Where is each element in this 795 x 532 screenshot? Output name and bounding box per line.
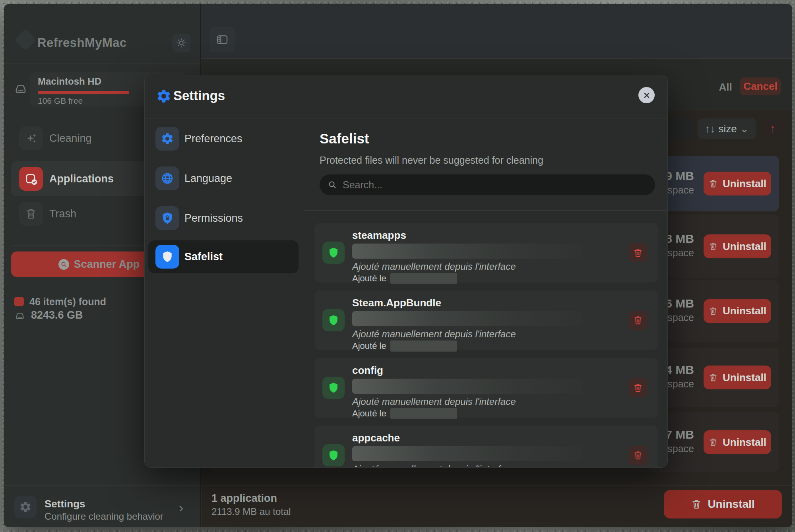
app-title: RefreshMyMac	[37, 36, 127, 50]
uninstall-label: Uninstall	[723, 436, 766, 449]
uninstall-selected-button[interactable]: Uninstall	[664, 490, 782, 518]
trash-icon	[19, 202, 43, 226]
scanner-app-label: Scanner App	[74, 258, 140, 271]
chevron-down-icon: ⌄	[740, 123, 749, 135]
uninstall-button[interactable]: Uninstall	[704, 299, 771, 323]
sidebar-item-cleaning[interactable]: Cleaning	[49, 132, 153, 145]
added-label: Ajouté le	[352, 341, 386, 351]
main-header-divider	[201, 58, 792, 59]
arrow-up-icon: ↑	[770, 122, 776, 135]
items-found-label: 46 item(s) found	[29, 296, 106, 308]
cancel-scan-button[interactable]: Cancel	[740, 77, 781, 95]
preferences-gear-icon	[155, 127, 179, 151]
drive-icon	[14, 310, 26, 322]
remove-safelist-item-button[interactable]	[628, 446, 648, 465]
disk-name: Macintosh HD	[38, 76, 101, 87]
disk-usage-bar	[38, 91, 129, 94]
selected-total-label: 2113.9 MB au total	[211, 506, 291, 517]
sidebar-header-divider	[4, 64, 201, 64]
sidebar-item-trash[interactable]: Trash	[49, 208, 153, 220]
trash-icon	[708, 179, 718, 188]
modal-nav-preferences[interactable]: Preferences	[184, 127, 292, 151]
trash-icon	[708, 437, 718, 447]
language-globe-icon	[155, 166, 179, 190]
uninstall-button[interactable]: Uninstall	[704, 172, 771, 195]
close-modal-button[interactable]	[638, 87, 655, 103]
items-found-icon	[14, 297, 24, 306]
added-label: Ajouté le	[352, 273, 386, 284]
safelist-item: config Ajouté manuellement depuis l'inte…	[314, 358, 658, 418]
app-logo	[14, 29, 37, 51]
added-label: Ajouté le	[352, 408, 386, 419]
settings-footer-title[interactable]: Settings	[45, 498, 85, 510]
chevron-right-icon: ›	[179, 500, 183, 515]
blurred-path	[352, 311, 583, 326]
safelist-item-name: Steam.AppBundle	[352, 297, 441, 309]
app-window: RefreshMyMac Macintosh HD 106 GB free Cl…	[4, 4, 792, 527]
uninstall-button[interactable]: Uninstall	[704, 234, 771, 258]
volume-size-label: 8243.6 GB	[31, 309, 83, 321]
remove-safelist-item-button[interactable]	[628, 243, 648, 262]
filter-all-button[interactable]: All	[712, 81, 739, 93]
sidebar-toggle-icon	[215, 33, 229, 46]
trash-icon	[708, 306, 718, 316]
sort-by-button[interactable]: ↑↓ size ⌄	[698, 118, 756, 139]
close-icon	[642, 91, 651, 100]
modal-sidebar: Preferences Language Permissions Safelis…	[145, 119, 303, 468]
applications-icon	[19, 167, 43, 191]
footer-divider	[4, 486, 792, 486]
shield-icon	[322, 444, 345, 466]
shield-icon	[322, 377, 345, 399]
safelist-shield-icon	[155, 245, 179, 269]
settings-footer-subtitle: Configure cleaning behavior	[45, 511, 163, 522]
theme-toggle-button[interactable]	[172, 34, 190, 52]
footer-vertical-divider	[202, 486, 202, 527]
safelist-item-note: Ajouté manuellement depuis l'interface	[352, 464, 516, 468]
uninstall-selected-label: Uninstall	[708, 498, 754, 511]
safelist-item-note: Ajouté manuellement depuis l'interface	[352, 396, 516, 407]
blurred-path	[352, 244, 583, 259]
modal-title: Settings	[173, 88, 225, 103]
panel-title: Safelist	[320, 131, 369, 147]
modal-header: Settings	[145, 75, 667, 118]
remove-safelist-item-button[interactable]	[628, 311, 648, 330]
safelist-search[interactable]	[320, 174, 655, 195]
safelist-item-note: Ajouté manuellement depuis l'interface	[352, 261, 516, 272]
modal-nav-permissions[interactable]: Permissions	[184, 206, 292, 230]
uninstall-button[interactable]: Uninstall	[704, 430, 771, 454]
shield-icon	[322, 309, 345, 331]
selected-count-label: 1 application	[211, 492, 277, 505]
drive-icon	[13, 81, 28, 97]
sort-arrows-icon: ↑↓	[705, 123, 715, 135]
sparkles-icon	[19, 126, 43, 150]
trash-icon	[708, 242, 718, 251]
trash-icon	[633, 248, 643, 258]
remove-safelist-item-button[interactable]	[628, 378, 648, 397]
settings-gear-icon	[14, 496, 37, 518]
safelist-item-name: config	[352, 364, 383, 377]
gear-icon	[156, 88, 172, 104]
blurred-path	[352, 379, 583, 394]
trash-icon	[633, 383, 643, 393]
safelist-item-name: steamapps	[352, 229, 406, 242]
safelist-item: appcache Ajouté manuellement depuis l'in…	[314, 426, 658, 468]
safelist-search-input[interactable]	[343, 179, 647, 191]
panel-subtitle: Protected files will never be suggested …	[320, 155, 543, 166]
modal-nav-language[interactable]: Language	[184, 166, 292, 190]
settings-modal: Settings Preferences Language Permi	[144, 75, 668, 468]
sun-icon	[176, 37, 187, 48]
search-icon	[328, 180, 337, 190]
uninstall-label: Uninstall	[723, 178, 766, 190]
uninstall-label: Uninstall	[723, 240, 766, 253]
toggle-sidebar-button[interactable]	[209, 27, 235, 52]
sidebar-item-applications[interactable]: Applications	[49, 173, 153, 185]
uninstall-button[interactable]: Uninstall	[704, 366, 771, 389]
blurred-date	[390, 340, 457, 352]
sort-order-button[interactable]: ↑	[762, 118, 783, 139]
trash-icon	[633, 450, 643, 460]
sort-label: size	[718, 123, 737, 135]
safelist-item-name: appcache	[352, 432, 400, 444]
permissions-shield-lock-icon	[155, 206, 179, 230]
modal-nav-safelist[interactable]: Safelist	[184, 245, 292, 269]
safelist-item: steamapps Ajouté manuellement depuis l'i…	[314, 223, 658, 282]
